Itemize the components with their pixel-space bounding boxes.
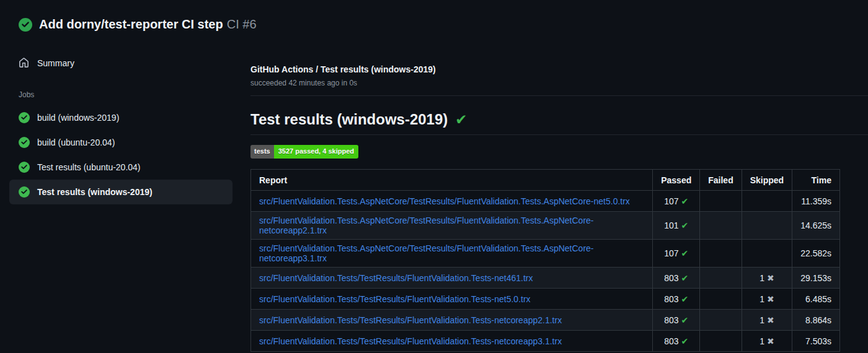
table-row: src/FluentValidation.Tests.AspNetCore/Te… (251, 212, 840, 240)
time-cell: 8.864s (792, 310, 840, 331)
report-link[interactable]: src/FluentValidation.Tests.AspNetCore/Te… (259, 196, 630, 206)
divider (250, 134, 868, 135)
skipped-x-icon: ✖ (767, 315, 774, 325)
run-title: Add dorny/test-reporter CI step (39, 17, 223, 31)
job-label: build (ubuntu-20.04) (37, 137, 115, 147)
section-title: Test results (windows-2019) (250, 111, 448, 128)
passed-cell: 803✔ (653, 268, 700, 289)
passed-cell: 101✔ (653, 212, 700, 240)
report-cell: src/FluentValidation.Tests/TestResults/F… (251, 331, 653, 352)
home-icon (19, 58, 29, 68)
passed-cell: 803✔ (653, 289, 700, 310)
skipped-cell: 1✖ (742, 331, 792, 352)
time-cell: 7.503s (792, 331, 840, 352)
check-circle-icon (19, 162, 30, 173)
report-link[interactable]: src/FluentValidation.Tests/TestResults/F… (259, 294, 531, 304)
skipped-count: 1 (760, 336, 764, 346)
job-label: build (windows-2019) (37, 113, 119, 123)
passed-cell: 107✔ (653, 240, 700, 268)
passed-check-icon: ✔ (681, 315, 689, 325)
passed-count: 107 (664, 196, 678, 206)
job-label: Test results (windows-2019) (37, 187, 153, 197)
success-check-icon: ✔ (455, 113, 467, 127)
sidebar: Summary Jobs build (windows-2019) build … (0, 52, 242, 204)
table-row: src/FluentValidation.Tests.AspNetCore/Te… (251, 240, 840, 268)
skipped-count: 1 (760, 294, 764, 304)
failed-cell (700, 331, 742, 352)
report-link[interactable]: src/FluentValidation.Tests.AspNetCore/Te… (259, 243, 594, 263)
passed-check-icon: ✔ (681, 220, 689, 230)
table-row: src/FluentValidation.Tests/TestResults/F… (251, 268, 840, 289)
check-circle-icon (19, 137, 30, 148)
skipped-cell: 1✖ (742, 268, 792, 289)
sidebar-summary-label: Summary (37, 58, 74, 68)
passed-count: 803 (664, 315, 678, 325)
run-header: Add dorny/test-reporter CI stepCI #6 (19, 17, 257, 32)
failed-cell (700, 268, 742, 289)
tests-badge: tests3527 passed, 4 skipped (250, 145, 358, 159)
table-row: src/FluentValidation.Tests/TestResults/F… (251, 331, 840, 352)
column-header-skipped: Skipped (742, 170, 792, 191)
sidebar-job-item-0[interactable]: build (windows-2019) (9, 105, 232, 130)
passed-count: 107 (664, 248, 678, 258)
failed-cell (700, 191, 742, 212)
skipped-cell (742, 191, 792, 212)
divider (250, 95, 868, 96)
passed-count: 803 (664, 273, 678, 283)
failed-cell (700, 289, 742, 310)
skipped-cell (742, 212, 792, 240)
column-header-failed: Failed (700, 170, 742, 191)
time-cell: 22.582s (792, 240, 840, 268)
report-link[interactable]: src/FluentValidation.Tests/TestResults/F… (259, 273, 533, 283)
passed-cell: 803✔ (653, 310, 700, 331)
report-cell: src/FluentValidation.Tests/TestResults/F… (251, 289, 653, 310)
test-results-table: Report Passed Failed Skipped Time src/Fl… (250, 169, 840, 352)
skipped-count: 1 (760, 273, 764, 283)
skipped-x-icon: ✖ (767, 336, 774, 346)
check-circle-icon (19, 18, 32, 32)
sidebar-job-item-2[interactable]: Test results (ubuntu-20.04) (9, 155, 232, 180)
passed-cell: 107✔ (653, 191, 700, 212)
run-status-line: succeeded 42 minutes ago in 0s (250, 79, 868, 87)
badge-label: tests (250, 145, 274, 159)
failed-cell (700, 212, 742, 240)
table-header-row: Report Passed Failed Skipped Time (251, 170, 840, 191)
skipped-x-icon: ✖ (767, 294, 774, 304)
skipped-x-icon: ✖ (767, 273, 774, 283)
report-link[interactable]: src/FluentValidation.Tests/TestResults/F… (259, 315, 562, 325)
check-circle-icon (19, 112, 30, 123)
column-header-report: Report (251, 170, 653, 191)
badge-value: 3527 passed, 4 skipped (274, 145, 358, 159)
sidebar-job-item-3[interactable]: Test results (windows-2019) (9, 180, 232, 204)
report-cell: src/FluentValidation.Tests/TestResults/F… (251, 268, 653, 289)
passed-count: 803 (664, 294, 678, 304)
table-row: src/FluentValidation.Tests/TestResults/F… (251, 310, 840, 331)
main-content: GitHub Actions / Test results (windows-2… (250, 0, 868, 352)
column-header-passed: Passed (653, 170, 700, 191)
skipped-cell: 1✖ (742, 310, 792, 331)
skipped-count: 1 (760, 315, 764, 325)
sidebar-job-item-1[interactable]: build (ubuntu-20.04) (9, 130, 232, 155)
report-cell: src/FluentValidation.Tests.AspNetCore/Te… (251, 240, 653, 268)
passed-cell: 803✔ (653, 331, 700, 352)
time-cell: 6.485s (792, 289, 840, 310)
time-cell: 11.359s (792, 191, 840, 212)
report-cell: src/FluentValidation.Tests/TestResults/F… (251, 310, 653, 331)
report-cell: src/FluentValidation.Tests.AspNetCore/Te… (251, 191, 653, 212)
passed-check-icon: ✔ (681, 196, 689, 206)
report-link[interactable]: src/FluentValidation.Tests.AspNetCore/Te… (259, 216, 594, 235)
section-heading: Test results (windows-2019) ✔ (250, 111, 868, 134)
column-header-time: Time (792, 170, 840, 191)
failed-cell (700, 310, 742, 331)
report-link[interactable]: src/FluentValidation.Tests/TestResults/F… (259, 336, 562, 346)
skipped-cell: 1✖ (742, 289, 792, 310)
passed-count: 101 (664, 220, 678, 230)
passed-check-icon: ✔ (681, 336, 689, 346)
passed-check-icon: ✔ (681, 273, 689, 283)
sidebar-item-summary[interactable]: Summary (9, 52, 232, 74)
job-label: Test results (ubuntu-20.04) (37, 162, 141, 172)
time-cell: 29.153s (792, 268, 840, 289)
job-list: build (windows-2019) build (ubuntu-20.04… (0, 105, 242, 204)
passed-check-icon: ✔ (681, 294, 689, 304)
table-row: src/FluentValidation.Tests/TestResults/F… (251, 289, 840, 310)
